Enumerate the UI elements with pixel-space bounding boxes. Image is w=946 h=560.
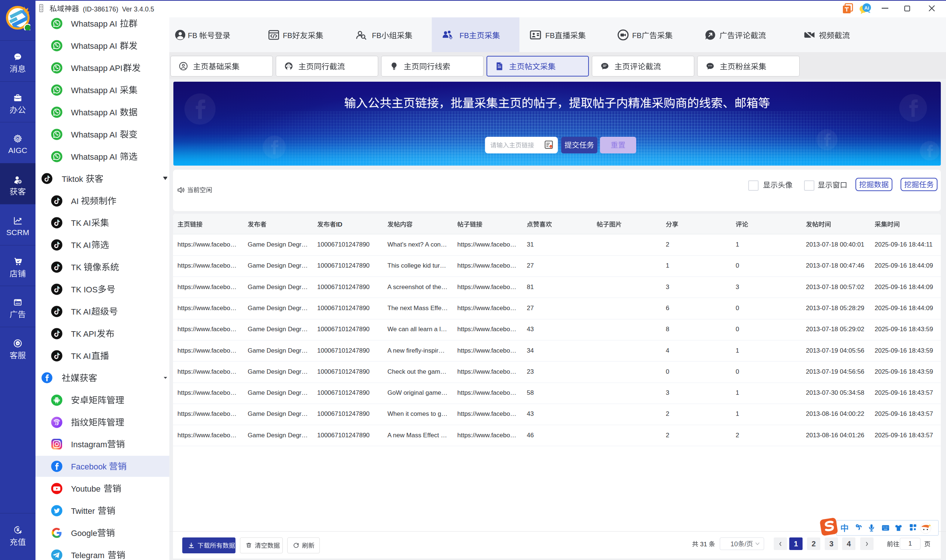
svg-text:/: /	[744, 540, 746, 548]
svg-text:Whatsapp AI: Whatsapp AI	[71, 42, 119, 51]
svg-text:Whatsapp AI: Whatsapp AI	[71, 19, 119, 28]
svg-text:FB: FB	[188, 31, 199, 40]
svg-text:TK AI: TK AI	[71, 219, 91, 228]
svg-text:Youtube: Youtube	[71, 484, 103, 494]
svg-text:TK API: TK API	[71, 329, 96, 338]
svg-text:FB: FB	[460, 31, 469, 40]
svg-text:TK AI: TK AI	[71, 307, 91, 316]
svg-text:Whatsapp AI: Whatsapp AI	[71, 152, 119, 162]
svg-text:FB: FB	[283, 31, 292, 40]
svg-text:AI: AI	[16, 137, 19, 140]
svg-text:ADS: ADS	[15, 302, 20, 305]
svg-text:Telegram: Telegram	[71, 551, 107, 560]
svg-text:TK AI: TK AI	[71, 352, 91, 361]
svg-text:TK IOS: TK IOS	[71, 285, 98, 294]
svg-text:Whatsapp AI: Whatsapp AI	[71, 130, 119, 139]
svg-text:AI: AI	[17, 342, 19, 344]
svg-text:FB: FB	[632, 31, 642, 40]
svg-text:Facebook: Facebook	[71, 462, 109, 471]
svg-text:AI: AI	[71, 197, 81, 206]
svg-text:Ai: Ai	[864, 5, 869, 11]
svg-text:TK AI: TK AI	[71, 241, 91, 250]
svg-text:Whatsapp API: Whatsapp API	[71, 63, 122, 73]
svg-text:FB: FB	[545, 31, 555, 40]
svg-text:FB: FB	[372, 31, 381, 40]
svg-text:TK: TK	[71, 263, 83, 272]
svg-text:Tiktok: Tiktok	[62, 174, 85, 184]
svg-text:31: 31	[698, 540, 709, 548]
svg-text:Whatsapp AI: Whatsapp AI	[71, 86, 119, 95]
svg-text:ID: ID	[336, 221, 342, 228]
svg-text:(ID-386176) Ver 3.4.0.5: (ID-386176) Ver 3.4.0.5	[79, 6, 154, 13]
svg-text:Whatsapp AI: Whatsapp AI	[71, 108, 119, 117]
svg-text:Instagram: Instagram	[71, 440, 107, 449]
svg-text:10: 10	[731, 540, 738, 548]
svg-text:Twitter: Twitter	[71, 506, 97, 515]
svg-text:Google: Google	[71, 529, 97, 538]
